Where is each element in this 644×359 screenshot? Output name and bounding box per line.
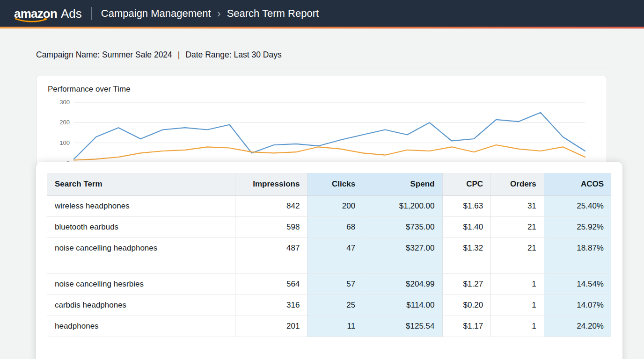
metric-cell: 1: [491, 295, 544, 316]
chart-line-orange: [74, 145, 585, 160]
main-content: Campaign Name: Summer Sale 2024|Date Ran…: [0, 50, 644, 359]
metric-cell: $125.54: [363, 316, 442, 337]
metric-cell: $1.27: [442, 274, 491, 295]
metric-cell: 25: [307, 295, 363, 316]
breadcrumb-campaign-management[interactable]: Campaign Management: [101, 7, 211, 20]
y-axis-tick-label: 200: [59, 119, 70, 126]
column-header-orders[interactable]: Orders: [491, 173, 544, 196]
amazon-ads-logo[interactable]: amazon Ads: [14, 7, 82, 20]
search-term-cell: noise cancelling headphones: [47, 238, 235, 274]
table-card: Search TermImpressionsClicksSpendCPCOrde…: [36, 162, 622, 359]
table-row: bluetooth earbuds59868$735.00$1.402125.9…: [47, 217, 611, 238]
breadcrumb: Campaign Management › Search Term Report: [101, 7, 319, 20]
table-header-row: Search TermImpressionsClicksSpendCPCOrde…: [47, 173, 611, 196]
metric-cell: $0.20: [442, 295, 491, 316]
metric-cell: 14.07%: [544, 295, 611, 316]
metric-cell: 14.54%: [544, 274, 611, 295]
table-row: headphones20111$125.54$1.17124.20%: [47, 316, 611, 337]
metric-cell: 21: [491, 238, 544, 274]
chart-title: Performance over Time: [48, 85, 595, 94]
search-term-cell: wireless headphones: [47, 196, 235, 217]
column-header-clicks[interactable]: Clicks: [307, 173, 363, 196]
info-separator: |: [178, 50, 180, 59]
metric-cell: 564: [235, 274, 307, 295]
metric-cell: $1,200.00: [363, 196, 442, 217]
metric-cell: 21: [491, 217, 544, 238]
top-bar: amazon Ads Campaign Management › Search …: [0, 0, 644, 27]
accent-bar: [0, 27, 644, 29]
metric-cell: 598: [235, 217, 307, 238]
column-header-spend[interactable]: Spend: [363, 173, 442, 196]
metric-cell: 25.40%: [544, 196, 611, 217]
campaign-name-text: Campaign Name: Summer Sale 2024: [36, 50, 172, 59]
metric-cell: $1.40: [442, 217, 491, 238]
metric-cell: 25.92%: [544, 217, 611, 238]
metric-cell: 842: [235, 196, 307, 217]
metric-cell: 487: [235, 238, 307, 274]
metric-cell: 24.20%: [544, 316, 611, 337]
campaign-info: Campaign Name: Summer Sale 2024|Date Ran…: [36, 50, 622, 60]
amazon-smile-icon: [15, 17, 49, 23]
metric-cell: $1.63: [442, 196, 491, 217]
metric-cell: 1: [491, 274, 544, 295]
metric-cell: 57: [307, 274, 363, 295]
search-term-cell: carbdis headphones: [47, 295, 235, 316]
table-body: wireless headphones842200$1,200.00$1.633…: [47, 196, 611, 337]
table-row: carbdis headphones31625$114.00$0.20114.0…: [47, 295, 611, 316]
search-term-cell: noise cancelling hesrbies: [47, 274, 235, 295]
breadcrumb-search-term-report: Search Term Report: [227, 7, 319, 20]
chevron-right-icon: ›: [217, 8, 221, 19]
metric-cell: 68: [307, 217, 363, 238]
metric-cell: $1.17: [442, 316, 491, 337]
column-header-impressions[interactable]: Impressions: [235, 173, 307, 196]
performance-card: Performance over Time 0100200300: [36, 76, 607, 175]
search-term-cell: headphones: [47, 316, 235, 337]
metric-cell: 47: [307, 238, 363, 274]
search-term-table: Search TermImpressionsClicksSpendCPCOrde…: [47, 173, 611, 337]
metric-cell: 1: [491, 316, 544, 337]
date-range-text: Date Range: Last 30 Days: [185, 50, 281, 59]
metric-cell: 201: [235, 316, 307, 337]
performance-chart: 0100200300: [48, 98, 595, 169]
metric-cell: $204.99: [363, 274, 442, 295]
ads-logo-text: Ads: [61, 7, 82, 20]
metric-cell: 200: [307, 196, 363, 217]
y-axis-tick-label: 100: [59, 139, 70, 146]
metric-cell: $327.00: [363, 238, 442, 274]
column-header-cpc[interactable]: CPC: [442, 173, 491, 196]
header-divider: [91, 7, 92, 20]
divider-rule: [36, 67, 607, 67]
metric-cell: $1.32: [442, 238, 491, 274]
table-row: wireless headphones842200$1,200.00$1.633…: [47, 196, 611, 217]
metric-cell: $735.00: [363, 217, 442, 238]
metric-cell: 31: [491, 196, 544, 217]
search-term-cell: bluetooth earbuds: [47, 217, 235, 238]
column-header-search-term[interactable]: Search Term: [47, 173, 235, 196]
amazon-wordmark: amazon: [14, 7, 57, 20]
metric-cell: $114.00: [363, 295, 442, 316]
table-row: noise cancelling headphones48747$327.00$…: [47, 238, 611, 274]
column-header-acos[interactable]: ACOS: [544, 173, 611, 196]
metric-cell: 316: [235, 295, 307, 316]
metric-cell: 18.87%: [544, 238, 611, 274]
table-row: noise cancelling hesrbies56457$204.99$1.…: [47, 274, 611, 295]
metric-cell: 11: [307, 316, 363, 337]
y-axis-tick-label: 300: [59, 99, 70, 106]
